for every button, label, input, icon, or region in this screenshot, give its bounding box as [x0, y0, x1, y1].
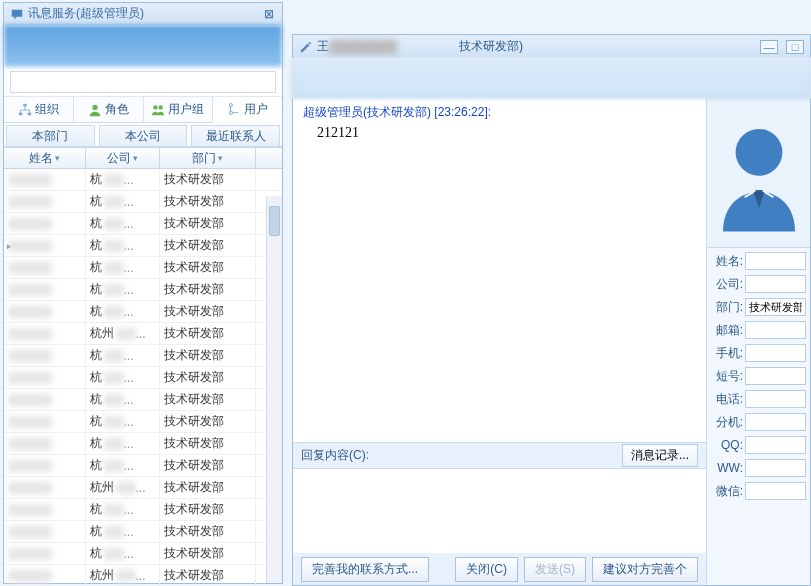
close-button[interactable]: 关闭(C)	[455, 557, 518, 582]
table-row[interactable]: 杭...技术研发部	[4, 279, 282, 301]
close-icon[interactable]: ⊠	[264, 7, 276, 21]
col-dept[interactable]: 部门▾	[160, 148, 256, 168]
cell-name	[4, 521, 86, 542]
cell-dept: 技术研发部	[160, 521, 256, 542]
field-input-short[interactable]	[745, 367, 806, 385]
table-row[interactable]: 杭州...技术研发部	[4, 565, 282, 586]
tab-role[interactable]: 角色	[74, 97, 144, 122]
cell-company: 杭...	[86, 279, 160, 300]
my-contact-button[interactable]: 完善我的联系方式...	[301, 557, 429, 582]
table-row[interactable]: 杭...技术研发部	[4, 367, 282, 389]
svg-point-6	[735, 128, 782, 175]
field-input-ext[interactable]	[745, 413, 806, 431]
table-row[interactable]: 杭...技术研发部	[4, 543, 282, 565]
table-row[interactable]: 杭...技术研发部	[4, 213, 282, 235]
cell-dept: 技术研发部	[160, 499, 256, 520]
suggest-button[interactable]: 建议对方完善个	[592, 557, 698, 582]
field-short: 短号:	[711, 367, 806, 385]
cell-dept: 技术研发部	[160, 301, 256, 322]
message-body: 212121	[303, 121, 696, 141]
cell-name	[4, 279, 86, 300]
field-ww: WW:	[711, 459, 806, 477]
cell-company: 杭州...	[86, 323, 160, 344]
table-row[interactable]: 杭...技术研发部	[4, 389, 282, 411]
cell-dept: 技术研发部	[160, 367, 256, 388]
field-label: 微信:	[711, 483, 743, 500]
sub-tabs: 本部门 本公司 最近联系人	[4, 123, 282, 147]
field-input-dept[interactable]	[745, 298, 806, 316]
field-label: QQ:	[711, 438, 743, 452]
button-bar: 完善我的联系方式... 关闭(C) 发送(S) 建议对方完善个	[293, 553, 706, 585]
search-input[interactable]	[10, 71, 276, 93]
tab-group[interactable]: 用户组	[144, 97, 214, 122]
field-label: 邮箱:	[711, 322, 743, 339]
cell-company: 杭...	[86, 411, 160, 432]
field-ext: 分机:	[711, 413, 806, 431]
tab-org[interactable]: 组织	[4, 97, 74, 122]
field-input-phone[interactable]	[745, 390, 806, 408]
window-titlebar[interactable]: 讯息服务(超级管理员) ⊠	[4, 3, 282, 25]
cell-dept: 技术研发部	[160, 235, 256, 256]
field-company: 公司:	[711, 275, 806, 293]
profile-panel: 姓名:公司:部门:邮箱:手机:短号:电话:分机:QQ:WW:微信:	[706, 98, 810, 585]
cell-company: 杭...	[86, 389, 160, 410]
field-input-name[interactable]	[745, 252, 806, 270]
field-mail: 邮箱:	[711, 321, 806, 339]
field-input-ww[interactable]	[745, 459, 806, 477]
cell-dept: 技术研发部	[160, 345, 256, 366]
col-name[interactable]: 姓名▾	[4, 148, 86, 168]
table-row[interactable]: 杭...技术研发部	[4, 169, 282, 191]
field-label: 分机:	[711, 414, 743, 431]
cell-name	[4, 543, 86, 564]
chat-titlebar[interactable]: 王 ████████ 技术研发部) — □	[292, 34, 811, 58]
subtab-company[interactable]: 本公司	[99, 125, 188, 146]
message-history[interactable]: 超级管理员(技术研发部) [23:26:22]: 212121	[293, 98, 706, 443]
col-company[interactable]: 公司▾	[86, 148, 160, 168]
window-title: 讯息服务(超级管理员)	[28, 5, 144, 22]
reply-label: 回复内容(C):	[301, 447, 369, 464]
field-input-mail[interactable]	[745, 321, 806, 339]
field-input-qq[interactable]	[745, 436, 806, 454]
cell-name	[4, 367, 86, 388]
maximize-button[interactable]: □	[786, 40, 804, 54]
minimize-button[interactable]: —	[760, 40, 778, 54]
field-input-company[interactable]	[745, 275, 806, 293]
chat-banner	[292, 58, 811, 98]
grid-body[interactable]: 杭...技术研发部杭...技术研发部杭...技术研发部杭...技术研发部杭...…	[4, 169, 282, 586]
cell-company: 杭...	[86, 235, 160, 256]
message-input[interactable]	[297, 473, 702, 549]
table-row[interactable]: 杭...技术研发部	[4, 433, 282, 455]
table-row[interactable]: 杭...技术研发部	[4, 191, 282, 213]
subtab-dept[interactable]: 本部门	[6, 125, 95, 146]
banner	[4, 25, 282, 67]
table-row[interactable]: 杭州...技术研发部	[4, 477, 282, 499]
main-tabs: 组织 角色 用户组 用户	[4, 97, 282, 123]
cell-company: 杭...	[86, 257, 160, 278]
avatar	[707, 98, 810, 248]
table-row[interactable]: 杭...技术研发部	[4, 257, 282, 279]
table-row[interactable]: 杭...技术研发部	[4, 411, 282, 433]
table-row[interactable]: 杭...技术研发部	[4, 235, 282, 257]
scrollbar[interactable]	[266, 196, 282, 583]
cell-company: 杭...	[86, 169, 160, 190]
field-input-weixin[interactable]	[745, 482, 806, 500]
cell-company: 杭...	[86, 301, 160, 322]
table-row[interactable]: 杭...技术研发部	[4, 345, 282, 367]
table-row[interactable]: 杭...技术研发部	[4, 301, 282, 323]
cell-name	[4, 301, 86, 322]
scrollbar-thumb[interactable]	[269, 206, 280, 236]
table-row[interactable]: 杭州...技术研发部	[4, 323, 282, 345]
table-row[interactable]: 杭...技术研发部	[4, 521, 282, 543]
svg-point-5	[159, 105, 163, 109]
field-input-mobile[interactable]	[745, 344, 806, 362]
table-row[interactable]: 杭...技术研发部	[4, 499, 282, 521]
history-button[interactable]: 消息记录...	[622, 444, 698, 467]
send-button[interactable]: 发送(S)	[524, 557, 586, 582]
svg-rect-7	[755, 190, 762, 195]
tab-user[interactable]: 用户	[213, 97, 282, 123]
svg-rect-2	[28, 112, 32, 115]
cell-name	[4, 257, 86, 278]
table-row[interactable]: 杭...技术研发部	[4, 455, 282, 477]
subtab-recent[interactable]: 最近联系人	[191, 125, 280, 146]
cell-company: 杭...	[86, 191, 160, 212]
